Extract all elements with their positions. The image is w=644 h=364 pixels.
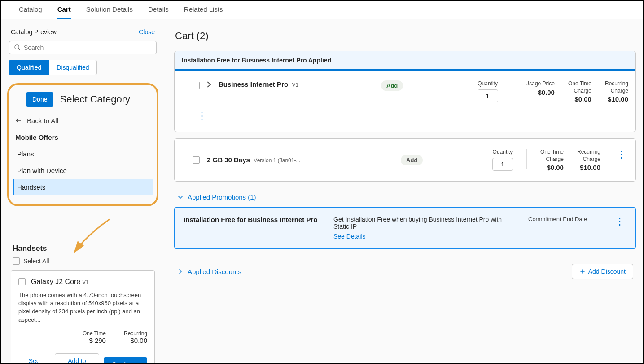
add-pill[interactable]: Add bbox=[401, 155, 423, 165]
done-button[interactable]: Done bbox=[26, 92, 53, 107]
recurring-label: Recurring bbox=[124, 330, 147, 337]
product-name: Galaxy J2 CoreV1 bbox=[31, 278, 89, 286]
arrow-left-icon bbox=[14, 116, 22, 124]
line-item-version: Version 1 (Jan01-... bbox=[254, 157, 300, 164]
promo-see-details-link[interactable]: See Details bbox=[333, 233, 508, 240]
chevron-down-icon bbox=[177, 194, 184, 201]
line-item-checkbox[interactable] bbox=[193, 82, 200, 89]
recurring-charge-value: $10.00 bbox=[605, 95, 628, 103]
divider bbox=[526, 149, 527, 169]
one-time-charge-label2: Charge bbox=[540, 156, 564, 163]
category-selection-highlight: Done Select Category Back to All Mobile … bbox=[7, 83, 158, 206]
line-item-version: V1 bbox=[292, 82, 299, 88]
quantity-label: Quantity bbox=[492, 149, 513, 156]
tab-solution-details[interactable]: Solution Details bbox=[86, 5, 133, 19]
usage-price-value: $0.00 bbox=[526, 89, 555, 96]
svg-line-1 bbox=[18, 49, 20, 50]
quantity-input[interactable] bbox=[478, 89, 498, 102]
recurring-charge-label2: Charge bbox=[605, 88, 628, 95]
qualified-toggle: Qualified Disqualified bbox=[9, 60, 157, 75]
applied-discounts-label: Applied Discounts bbox=[188, 268, 241, 275]
applied-promotions-toggle[interactable]: Applied Promotions (1) bbox=[177, 193, 636, 201]
more-actions-icon[interactable]: ⋮ bbox=[194, 110, 209, 121]
see-details-link[interactable]: See Details bbox=[18, 357, 50, 364]
one-time-label: One Time bbox=[83, 330, 106, 337]
category-plans[interactable]: Plans bbox=[13, 146, 153, 162]
one-time-value: $ 290 bbox=[83, 337, 106, 344]
search-icon bbox=[14, 44, 21, 51]
quantity-label: Quantity bbox=[478, 80, 498, 88]
line-item-name: 2 GB 30 Days bbox=[207, 156, 250, 164]
recurring-charge-label1: Recurring bbox=[605, 80, 628, 88]
back-to-all-label: Back to All bbox=[27, 117, 58, 124]
one-time-charge-value: $0.00 bbox=[540, 164, 564, 171]
usage-price-label: Usage Price bbox=[526, 80, 555, 88]
line-item-name: Business Internet Pro bbox=[219, 80, 288, 88]
configure-button[interactable]: Configure bbox=[104, 357, 147, 364]
qualified-button[interactable]: Qualified bbox=[9, 60, 49, 75]
chevron-right-icon bbox=[177, 268, 184, 275]
cart-content: Cart (2) Installation Free for Business … bbox=[165, 19, 643, 362]
promotion-banner: Installation Free for Business Internet … bbox=[175, 51, 635, 71]
plus-icon bbox=[579, 268, 586, 275]
recurring-charge-label2: Charge bbox=[577, 156, 600, 163]
applied-promotions-label: Applied Promotions (1) bbox=[188, 193, 256, 201]
category-group-title: Mobile Offers bbox=[13, 131, 153, 146]
promo-title: Installation Free for Business Internet … bbox=[184, 216, 323, 223]
select-all-row[interactable]: Select All bbox=[7, 257, 158, 270]
one-time-charge-label2: Charge bbox=[568, 88, 591, 95]
applied-discounts-toggle[interactable]: Applied Discounts bbox=[177, 268, 241, 275]
top-tabs: Catalog Cart Solution Details Details Re… bbox=[5, 1, 639, 19]
product-description: The phone comes with a 4.70-inch touchsc… bbox=[18, 291, 147, 324]
tab-cart[interactable]: Cart bbox=[57, 5, 71, 19]
more-actions-icon[interactable]: ⋮ bbox=[612, 216, 626, 227]
search-box[interactable] bbox=[9, 41, 157, 54]
product-version: V1 bbox=[82, 279, 89, 285]
product-checkbox[interactable] bbox=[18, 278, 26, 285]
quantity-input[interactable] bbox=[492, 158, 513, 171]
tab-related-lists[interactable]: Related Lists bbox=[184, 5, 223, 19]
product-card: Galaxy J2 CoreV1 The phone comes with a … bbox=[11, 270, 155, 364]
select-all-label: Select All bbox=[23, 257, 49, 265]
back-to-all-link[interactable]: Back to All bbox=[13, 113, 153, 131]
category-handsets[interactable]: Handsets bbox=[13, 179, 153, 195]
more-actions-icon[interactable]: ⋮ bbox=[614, 149, 628, 160]
promotion-detail-box: Installation Free for Business Internet … bbox=[174, 207, 636, 249]
commitment-end-date-label: Commitment End Date bbox=[519, 216, 601, 222]
cart-title: Cart (2) bbox=[174, 30, 636, 42]
sidebar-title: Catalog Preview bbox=[11, 28, 57, 36]
svg-point-0 bbox=[15, 45, 19, 49]
add-discount-button[interactable]: Add Discount bbox=[572, 264, 633, 279]
recurring-value: $0.00 bbox=[124, 337, 147, 344]
add-to-cart-button[interactable]: Add to Cart bbox=[55, 353, 100, 364]
line-item-checkbox[interactable] bbox=[193, 156, 200, 164]
recurring-charge-value: $10.00 bbox=[577, 164, 600, 171]
select-category-title: Select Category bbox=[60, 93, 130, 105]
disqualified-button[interactable]: Disqualified bbox=[49, 60, 96, 75]
search-input[interactable] bbox=[24, 44, 152, 51]
one-time-charge-label1: One Time bbox=[540, 149, 564, 156]
add-discount-label: Add Discount bbox=[588, 268, 626, 275]
tab-catalog[interactable]: Catalog bbox=[19, 5, 42, 19]
add-pill[interactable]: Add bbox=[381, 80, 403, 91]
handsets-section-title: Handsets bbox=[7, 206, 158, 257]
recurring-charge-label1: Recurring bbox=[577, 149, 600, 156]
select-all-checkbox[interactable] bbox=[13, 257, 20, 265]
divider bbox=[512, 80, 512, 100]
expand-icon[interactable] bbox=[205, 80, 213, 89]
catalog-preview-sidebar: Catalog Preview Close Qualified Disquali… bbox=[1, 19, 165, 362]
promo-description: Get Installation Free when buying Busine… bbox=[333, 216, 502, 230]
one-time-charge-label1: One Time bbox=[568, 80, 591, 88]
one-time-charge-value: $0.00 bbox=[568, 95, 591, 103]
tab-details[interactable]: Details bbox=[148, 5, 169, 19]
cart-item-card: Installation Free for Business Internet … bbox=[174, 51, 636, 132]
close-link[interactable]: Close bbox=[139, 28, 155, 36]
cart-item-card: 2 GB 30 Days Version 1 (Jan01-... Add Qu… bbox=[174, 138, 636, 182]
category-plan-with-device[interactable]: Plan with Device bbox=[13, 162, 153, 179]
